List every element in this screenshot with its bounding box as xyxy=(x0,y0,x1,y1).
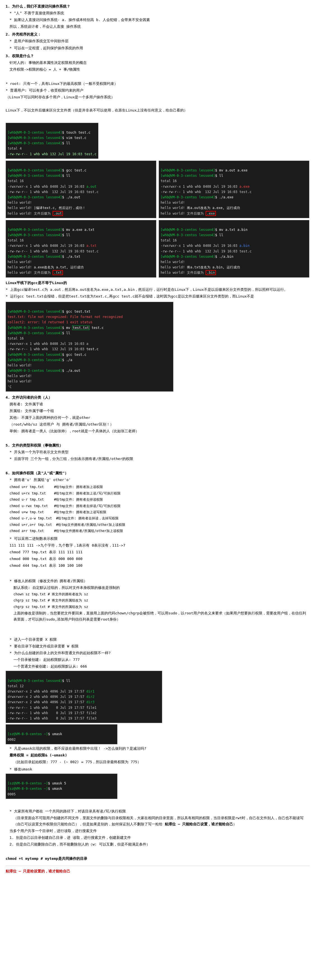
s1-item2: * 如果让人直接访问操作系统- a. 操作成本特别高 b. 人会犯错，会带来不安… xyxy=(9,17,309,23)
other: 其他: 不属于上面的两种的任何一个，就是other xyxy=(9,415,309,421)
umask-desc2: 最终权限 = 起始权限& (~umask) xyxy=(9,752,309,758)
chown-title: * 修改人的权限（修改文件的 拥有者/所属组） xyxy=(9,578,309,584)
s1-item1: * "人" 不善于直接使用操作系统 xyxy=(9,10,309,16)
cmd6: chmod u-r,u-w tmp.txt #给tmp文件: 拥有者去掉读，去掉… xyxy=(9,515,309,521)
umask-note: * 凡是umask出现的权限，都不应该在最终权限中出现！ ->怎么做到的？是减法… xyxy=(6,746,309,765)
gcc-title: Linux平线下的gcc是不等于Linux的 xyxy=(6,280,309,286)
terminal-box-1: [whb@VM-0-3-centos lesson4]$ touch test.… xyxy=(6,123,98,159)
terminal-section-1: [whb@VM-0-3-centos lesson4]$ touch test.… xyxy=(6,123,309,159)
section-2: 2. 外壳程序的意义： * 是用户和操作系统交互中间软件层 * 可以在一定程度，… xyxy=(6,31,309,51)
cmd8: chmod a+r tmp.txt #给tmp文件拥有者/所属组/other加上… xyxy=(9,528,309,534)
section-chmod: 6. 如何操作权限（及"人"或"属性"） * 拥有者'u' 所属组'g' oth… xyxy=(6,470,309,534)
section-chown: * 修改人的权限（修改文件的 拥有者/所属组） 默认系统: 自定默认过组的，所以… xyxy=(6,578,309,623)
gcc-desc2: * 运行gcc test.txt会报错，但是把test.txt改为text.c,… xyxy=(6,293,309,299)
dir-perm-item2: * 要在目录下创建文件或目录需要 W 权限 xyxy=(9,643,309,649)
chmod-title: 6. 如何操作权限（及"人"或"属性"） xyxy=(6,470,309,476)
dir-perm-item3: * 为什么么创建的目录上的文件和普通文件的起始权限不一样? xyxy=(9,650,309,656)
chmod-commands: chmod u+r tmp.txt #给tmp文件: 拥有者加上读权限 chmo… xyxy=(9,484,309,534)
cmd3: chmod u-r tmp.txt #给tmp文件: 拥有者去掉读权限 xyxy=(9,497,309,502)
file-type-title: 5. 文件的类型和权限（事物属性） xyxy=(6,442,309,449)
binary-444: chmod 444 tmp.txt 表示 100 100 100 xyxy=(9,563,309,569)
umask-desc3: （比如目录起始权限: 777 - (~ 002) = 775，所以目录最终权限为… xyxy=(13,759,309,765)
terminal-left-2: [whb@VM-0-3-centos lesson4]$ mv a.exe a.… xyxy=(6,220,157,278)
terminal-right-2: [whb@VM-0-3-centos lesson4]$ mv a.txt a.… xyxy=(158,220,309,278)
linux-gcc-note: Linux平线下的gcc是不等于Linux的 * 上面gcc编译test.c为 … xyxy=(6,280,309,299)
s2-item2: * 可以在一定程度，起到保护操作系统的作用 xyxy=(9,45,309,51)
terminal-left-1: [whb@VM-0-3-centos lesson4]$ gcc test.c … xyxy=(6,161,157,218)
section-dir-perm: * 进入一个目录需要 X 权限 * 要在目录下创建文件或目录需要 W 权限 * … xyxy=(6,636,309,670)
cmd5: chmod u+w tmp.txt #给tmp文件: 拥有者加上读写权限 xyxy=(9,509,309,515)
shared-dir-note5: 2. 但是自己只能删除自己的，而不能删除别人的（w: 可以互删，但是不能满足条件… xyxy=(9,841,309,848)
shared-dir-note2: （目录里面会不可阻用户创建的不同文件，里面文件的删除与目录权限相关，大家在相同的… xyxy=(13,815,309,827)
terminal-gcc-error: [whb@VM-0-3-centos lesson4]$ gcc test.tx… xyxy=(6,302,173,392)
shared-dir-note1: * 大家所有用户都在 一个共同的路径下，对该目录具有读/写/执行权限 xyxy=(9,808,309,815)
binary-intro: * 可以采用二进制数表示权限 xyxy=(9,536,309,542)
chmod-sticky-cmd: chmod +t mytemp # mytemp是共同操作的目录 xyxy=(6,856,309,862)
binary-note: 111 111 111 ->九个字符，九个数字，1表示有 0表示没有，111->… xyxy=(9,542,309,549)
user-notes: * root: 只有一个，具有Linux下的最高权限（一般不受权限约束） * 普… xyxy=(6,81,309,113)
file-type-item2: * 后面字符 三个为一组，分为三组，分别表示拥有者/所属组/other的权限 xyxy=(9,456,309,462)
s1-item3: 所以，系统设计者，不会让人直接 操作系统 xyxy=(9,24,309,30)
cmd4: chmod u-rwx tmp.txt #给tmp文件: 拥有者去掉读/写/可执… xyxy=(9,503,309,509)
dir-perm-note2: 一个普通文件被创建: 起始权限默认从: 666 xyxy=(13,663,309,670)
umask-demo: * 修改umask xyxy=(6,766,309,772)
other-note: （root/whb/sz 这些用户 与 拥有者/所属组/other区别！） xyxy=(9,422,309,428)
root-note: * root: 只有一个，具有Linux下的最高权限（一般不受权限约束） xyxy=(6,81,309,87)
dir-perm-note1: 一个目录被创建: 起始权限默认从: 777 xyxy=(13,657,309,663)
terminal-grid-1: [whb@VM-0-3-centos lesson4]$ gcc test.c … xyxy=(6,161,309,218)
multi-user-note: （Linux下可以同时存在多个用户，Linux是一个多用户操作系统） xyxy=(6,94,309,100)
s3-title: 3. 权限是什么？ xyxy=(6,53,309,59)
binary-000: chmod 000 tmp.txt 表示 000 000 000 xyxy=(9,556,309,562)
binary-777: chmod 777 tmp.txt 表示 111 111 111 xyxy=(9,549,309,555)
linux-suffix-note: Linux下，不以文件后缀来区分文文件类（但是并非表不可以使用，在原生Linux… xyxy=(6,107,309,113)
section-1: 1. 为什么，我们不直接访问操作系统？ * "人" 不善于直接使用操作系统 * … xyxy=(6,3,309,30)
section-file-access: 4. 文件访问者的分类（人） 拥有者: 文件属于谁 所属组: 文件属于哪一个组 … xyxy=(6,395,309,434)
chmod-intro: * 拥有者'u' 所属组'g' other'o' xyxy=(9,477,309,483)
shared-dir-note4: 1. 别是自己以目录创建自己目录，进 读取，进行搜索文件，创建新建文件 xyxy=(9,835,309,841)
chown-cmd2: chgrp sz tmp.txt # 将文件的所属组改为 sz xyxy=(13,598,309,603)
owner: 拥有者: 文件属于谁 xyxy=(9,401,309,407)
sticky-bit-section: chmod +t mytemp # mytemp是共同操作的目录 xyxy=(6,856,309,862)
s3-item2: 文件权限->权限的核心 = 人 + 事/物属性 xyxy=(9,67,309,73)
main-content: 1. 为什么，我们不直接访问操作系统？ * "人" 不善于直接使用操作系统 * … xyxy=(6,3,309,874)
section-shared-dir: * 大家所有用户都在 一个共同的路径下，对该目录具有读/写/执行权限 （目录里面… xyxy=(6,808,309,848)
terminal-umask-2: [sz@VM-8-9-centos ~]$ umask 5 [sz@VM-8-9… xyxy=(6,773,117,799)
s2-item1: * 是用户和操作系统交互中间软件层 xyxy=(9,38,309,44)
group: 所属组: 文件属于哪一个组 xyxy=(9,408,309,414)
chown-cmd1: chown sz tmp.txt # 将文件的拥有者改为 sz xyxy=(13,592,309,597)
terminal-umask-1: [sz@VM-8-9-centos ~]$ umask 0002 xyxy=(6,724,117,745)
cmd1: chmod u+r tmp.txt #给tmp文件: 拥有者加上读权限 xyxy=(9,484,309,490)
terminal-dir-ll: [whb@VM-0-3-centos lesson4]$ ll total 12… xyxy=(6,671,162,723)
shared-dir-note3: 当多个用户共享一个目录时，进行读取，进行搜索文件 xyxy=(9,828,309,834)
cmd7: chmod u+r,o+r tmp.txt #给tmp文件拥有者/所属组/oth… xyxy=(9,522,309,528)
chown-desc1: 默认系统: 自定默认过组的，所以对文件本身权限的修改是强制的 xyxy=(13,585,309,591)
file-access-title: 4. 文件访问者的分类（人） xyxy=(6,395,309,401)
s3-item1: 针对人的: 事物的基本属性决定权限相关的概念 xyxy=(9,60,309,66)
s2-title: 2. 外壳程序的意义： xyxy=(6,31,309,38)
dir-perm-item1: * 进入一个目录需要 X 权限 xyxy=(9,636,309,643)
normal-user-note: * 普通用户: 可以有多个，收受权限约束的用户 xyxy=(6,88,309,94)
file-type-item1: * 开头第一个为字符表示文文件类型 xyxy=(9,449,309,455)
gcc-desc1: * 上面gcc编译test.c为 a.out，然后将a.out改名为a.exe,… xyxy=(6,286,309,293)
chown-note1: 上面的修改是强制的，当您要把文件要回来，直接用上面的代码chown/chgrp会… xyxy=(13,610,309,622)
cmd2: chmod u+rx tmp.txt #给tmp文件: 拥有者加上读/写/可执行… xyxy=(9,490,309,496)
s1-title: 1. 为什么，我们不直接访问操作系统？ xyxy=(6,3,309,10)
section-file-type: 5. 文件的类型和权限（事物属性） * 开头第一个为字符表示文文件类型 * 后面… xyxy=(6,442,309,462)
terminal-grid-2: [whb@VM-0-3-centos lesson4]$ mv a.exe a.… xyxy=(6,220,309,278)
umask-modify-note: * 修改umask xyxy=(9,766,309,772)
other-note2: 举例: 拥有者是一类人（比如张帅），root就是一个具体的人（比如张三老师） xyxy=(9,428,309,434)
section-3: 3. 权限是什么？ 针对人的: 事物的基本属性决定权限相关的概念 文件权限->权… xyxy=(6,53,309,73)
bottom-note: 粘滞位 – 只是给设置的，谁才能给自己 xyxy=(6,866,309,874)
chown-cmd3: chgrp sz tmp.txt # 将文件的所属组改为 sz xyxy=(13,604,309,609)
umask-desc1: * 凡是umask出现的权限，都不应该在最终权限中出现！ ->怎么做到的？是减法… xyxy=(9,746,309,752)
terminal-right-1: [whb@VM-0-3-centos lesson4]$ mv a.out a.… xyxy=(158,161,309,218)
bottom-text: 粘滞位 – 只是给设置的，谁才能给自己 xyxy=(6,868,309,874)
binary-section: * 可以采用二进制数表示权限 111 111 111 ->九个字符，九个数字，1… xyxy=(9,536,309,569)
